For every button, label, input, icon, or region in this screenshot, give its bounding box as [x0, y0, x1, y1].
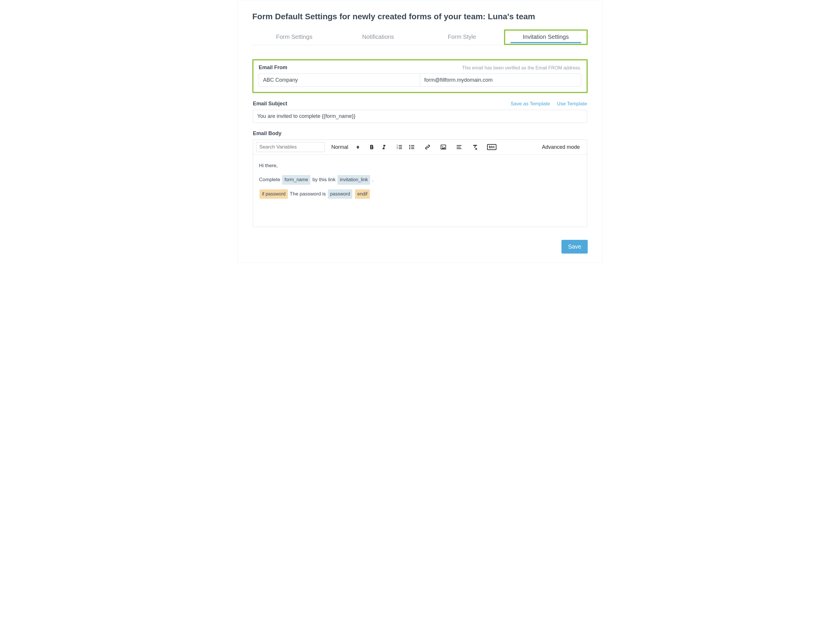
btn-icon: btn: [487, 144, 496, 150]
settings-page: Form Default Settings for newly created …: [237, 0, 603, 262]
align-button[interactable]: [456, 143, 462, 151]
email-body-label: Email Body: [253, 130, 281, 137]
use-template-link[interactable]: Use Template: [557, 101, 587, 107]
svg-point-3: [409, 145, 410, 146]
bold-button[interactable]: [368, 143, 375, 151]
italic-icon: [381, 144, 387, 150]
editor-content[interactable]: Hi there, Complete form_name by this lin…: [253, 155, 587, 227]
save-button[interactable]: Save: [562, 240, 588, 254]
paragraph-format-label: Normal: [331, 144, 348, 150]
variable-chip-form-name[interactable]: form_name: [282, 175, 310, 184]
body-line-3: if password The password is password end…: [259, 189, 581, 199]
rich-text-editor: Normal: [253, 140, 587, 227]
body-text: Complete: [259, 177, 281, 182]
email-from-name-input[interactable]: [259, 73, 420, 87]
email-subject-label: Email Subject: [253, 101, 287, 107]
italic-button[interactable]: [380, 143, 387, 151]
unordered-list-icon: [409, 144, 415, 150]
ordered-list-icon: 123: [396, 144, 403, 150]
body-line-1: Hi there,: [259, 161, 581, 170]
email-from-address-input[interactable]: [420, 73, 581, 87]
search-variables-input[interactable]: [256, 142, 325, 152]
link-icon: [424, 144, 431, 150]
tab-form-style[interactable]: Form Style: [420, 29, 504, 45]
conditional-chip-endif[interactable]: endif: [355, 189, 370, 199]
body-text: by this link: [311, 177, 337, 182]
svg-point-4: [409, 146, 410, 148]
tab-label: Notifications: [362, 33, 394, 40]
tab-notifications[interactable]: Notifications: [336, 29, 420, 45]
email-subject-section: Email Subject Save as Template Use Templ…: [252, 101, 588, 123]
svg-point-7: [442, 146, 443, 147]
conditional-chip-if[interactable]: if password: [260, 189, 288, 199]
tab-form-settings[interactable]: Form Settings: [252, 29, 336, 45]
paragraph-format-select[interactable]: Normal: [329, 144, 362, 150]
variable-chip-password[interactable]: password: [328, 189, 353, 199]
tab-invitation-settings[interactable]: Invitation Settings: [504, 29, 588, 45]
image-button[interactable]: [440, 143, 447, 151]
page-title: Form Default Settings for newly created …: [252, 12, 588, 21]
link-button[interactable]: [424, 143, 431, 151]
email-from-section: Email From This email has been verified …: [252, 59, 588, 93]
clear-formatting-icon: [472, 144, 478, 150]
clear-formatting-button[interactable]: [471, 143, 478, 151]
tab-underline: [510, 42, 581, 43]
bold-icon: [368, 144, 375, 150]
body-text: The password is: [289, 191, 327, 197]
svg-point-5: [409, 148, 410, 149]
email-body-section: Email Body Normal: [252, 130, 588, 227]
button-insert-button[interactable]: btn: [487, 143, 496, 151]
save-as-template-link[interactable]: Save as Template: [511, 101, 550, 107]
body-line-2: Complete form_name by this link invitati…: [259, 175, 581, 184]
tab-label: Form Style: [448, 33, 476, 40]
svg-text:3: 3: [397, 147, 398, 149]
image-icon: [440, 144, 446, 150]
unordered-list-button[interactable]: [408, 143, 415, 151]
tab-label: Invitation Settings: [522, 33, 569, 40]
select-caret-icon: [356, 146, 359, 149]
email-from-help: This email has been verified as the Emai…: [462, 65, 581, 71]
tab-bar: Form Settings Notifications Form Style I…: [252, 29, 588, 45]
email-from-label: Email From: [259, 65, 287, 71]
editor-toolbar: Normal: [253, 140, 587, 155]
advanced-mode-toggle[interactable]: Advanced mode: [542, 144, 584, 150]
ordered-list-button[interactable]: 123: [396, 143, 403, 151]
body-text: .: [371, 177, 373, 182]
variable-chip-invitation-link[interactable]: invitation_link: [337, 175, 370, 184]
email-subject-input[interactable]: [253, 110, 587, 123]
align-icon: [456, 144, 462, 150]
tab-label: Form Settings: [276, 33, 312, 40]
